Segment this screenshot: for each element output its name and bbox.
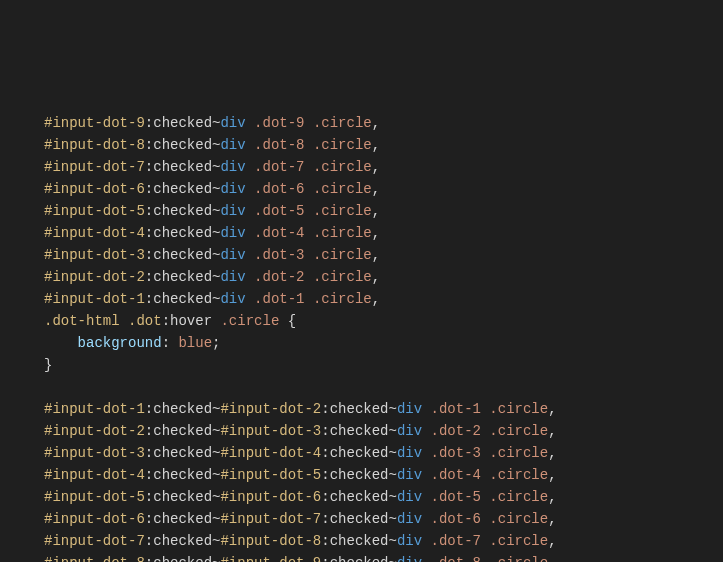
- css-code-block: #input-dot-9:checked~div .dot-9 .circle,…: [44, 112, 723, 562]
